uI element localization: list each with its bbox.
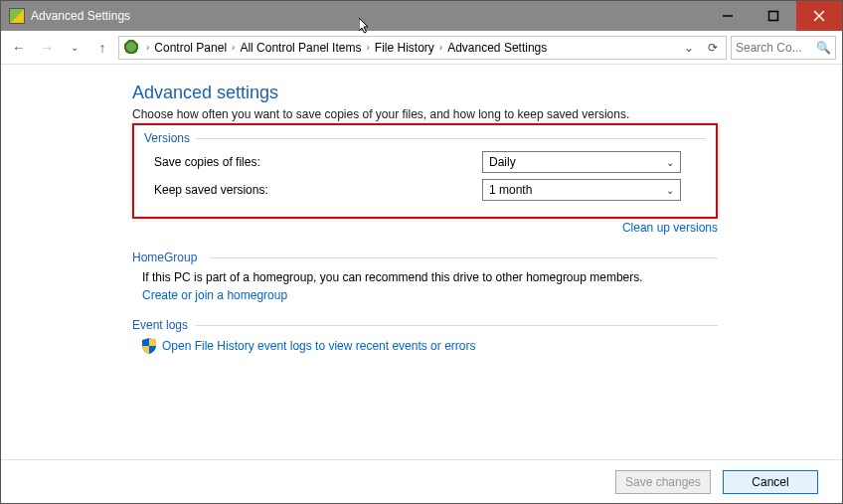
maximize-button[interactable] [751, 1, 796, 31]
homegroup-section: HomeGroup If this PC is part of a homegr… [132, 251, 718, 302]
search-input[interactable]: Search Co... 🔍 [731, 36, 836, 60]
shield-icon [142, 338, 156, 354]
cleanup-versions-link[interactable]: Clean up versions [622, 221, 718, 235]
eventlogs-section: Event logs Open File History event logs … [132, 318, 718, 354]
cancel-button[interactable]: Cancel [723, 470, 818, 494]
homegroup-heading: HomeGroup [132, 251, 718, 264]
navbar: ← → ⌄ ↑ › Control Panel › All Control Pa… [1, 31, 842, 65]
maximize-icon [767, 10, 779, 22]
eventlogs-heading: Event logs [132, 318, 718, 332]
chevron-right-icon: › [227, 42, 240, 53]
breadcrumb-item[interactable]: File History [375, 41, 434, 55]
keep-versions-label: Keep saved versions: [154, 183, 482, 197]
chevron-right-icon: › [141, 42, 154, 53]
versions-heading: Versions [144, 131, 706, 145]
chevron-down-icon: ⌄ [666, 185, 674, 196]
refresh-button[interactable]: ⟳ [704, 41, 722, 55]
save-button[interactable]: Save changes [615, 470, 711, 494]
app-icon [9, 8, 25, 24]
forward-button[interactable]: → [35, 36, 59, 60]
save-copies-label: Save copies of files: [154, 155, 482, 169]
close-icon [813, 10, 825, 22]
homegroup-link[interactable]: Create or join a homegroup [142, 288, 287, 302]
versions-section: Versions Save copies of files: Daily ⌄ K… [132, 123, 718, 219]
search-placeholder: Search Co... [736, 41, 802, 55]
homegroup-description: If this PC is part of a homegroup, you c… [142, 270, 718, 284]
control-panel-icon [123, 40, 139, 56]
address-dropdown-button[interactable]: ⌄ [680, 41, 698, 55]
chevron-right-icon: › [361, 42, 374, 53]
keep-versions-value: 1 month [489, 183, 532, 197]
eventlogs-link[interactable]: Open File History event logs to view rec… [162, 339, 475, 353]
page-description: Choose how often you want to save copies… [132, 107, 802, 121]
up-button[interactable]: ↑ [90, 36, 114, 60]
titlebar: Advanced Settings [1, 1, 842, 31]
minimize-icon [722, 10, 734, 22]
breadcrumb-item[interactable]: All Control Panel Items [240, 41, 361, 55]
breadcrumb-item[interactable]: Advanced Settings [447, 41, 547, 55]
breadcrumb[interactable]: › Control Panel › All Control Panel Item… [118, 36, 727, 60]
content-area: Advanced settings Choose how often you w… [1, 65, 842, 459]
svg-rect-1 [769, 12, 778, 21]
page-title: Advanced settings [132, 83, 802, 103]
footer: Save changes Cancel [1, 459, 842, 503]
window-title: Advanced Settings [31, 9, 130, 23]
breadcrumb-item[interactable]: Control Panel [154, 41, 227, 55]
chevron-right-icon: › [434, 42, 447, 53]
save-copies-value: Daily [489, 155, 516, 169]
save-copies-select[interactable]: Daily ⌄ [482, 151, 681, 173]
minimize-button[interactable] [705, 1, 751, 31]
search-icon: 🔍 [816, 41, 831, 55]
close-button[interactable] [796, 1, 842, 31]
back-button[interactable]: ← [7, 36, 31, 60]
keep-versions-select[interactable]: 1 month ⌄ [482, 179, 681, 201]
chevron-down-icon: ⌄ [666, 157, 674, 168]
recent-locations-button[interactable]: ⌄ [63, 36, 86, 60]
